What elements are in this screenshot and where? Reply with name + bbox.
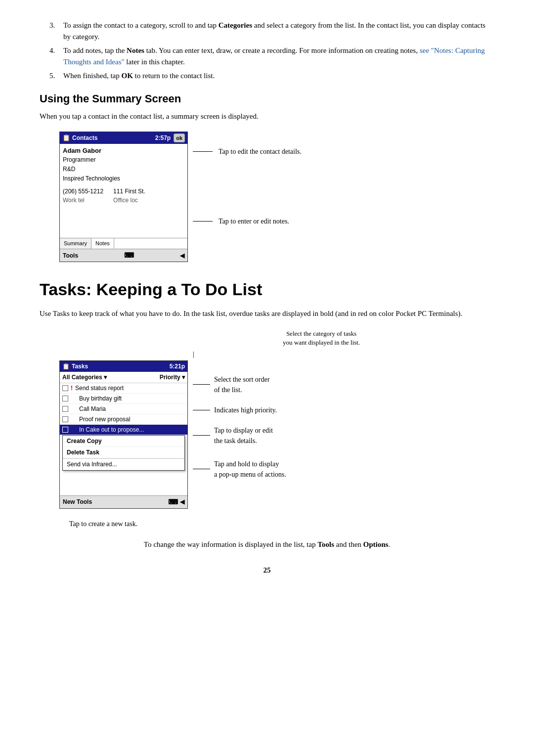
summary-body: When you tap a contact in the contact li… (40, 111, 494, 122)
tasks-spacer (60, 471, 187, 495)
contacts-content: Adam Gabor Programmer R&D Inspired Techn… (60, 144, 187, 233)
tasks-layout: 📋 Tasks 5:21p All Categories ▾ Priority … (59, 360, 494, 509)
popup-delete-task[interactable]: Delete Task (63, 447, 184, 458)
tasks-app-name: Tasks (72, 362, 88, 371)
contacts-title-right: 2:57p ok (155, 133, 185, 143)
tasks-categories[interactable]: All Categories ▾ (62, 373, 107, 382)
tasks-callouts: Select the sort orderof the list. Indica… (193, 360, 286, 488)
contacts-device-area: 📋 Contacts 2:57p ok Adam Gabor Programme… (59, 132, 494, 262)
callout-line-2 (193, 221, 213, 222)
contact-dept: R&D (63, 165, 184, 174)
callout-display-text: Tap to display or editthe task details. (214, 425, 273, 446)
bottom-note-bold-tools: Tools (317, 540, 334, 548)
callout-hold-line (193, 469, 210, 469)
field-phone: (206) 555-1212 Work tel (63, 187, 103, 205)
contacts-title-left: 📋 Contacts (62, 133, 97, 143)
page-number: 25 (40, 565, 494, 576)
task-text-5: In Cake out to propose... (79, 425, 144, 434)
field-phone-value: (206) 555-1212 (63, 187, 103, 196)
list-content-3: To assign the contact to a category, scr… (63, 20, 494, 42)
summary-heading: Using the Summary Screen (40, 90, 494, 107)
callout-sort-order: Select the sort orderof the list. (193, 374, 286, 395)
task-text-2: Buy birthday gift (79, 394, 122, 403)
task-item-4[interactable]: Proof new proposal (60, 414, 187, 425)
task-checkbox-1[interactable] (62, 385, 68, 391)
bold-ok: OK (121, 72, 133, 80)
callout-tap-display: Tap to display or editthe task details. (193, 425, 286, 446)
bottom-note: To change the way information is display… (40, 539, 494, 550)
contacts-app-icon: 📋 (62, 133, 70, 143)
list-item-4: 4. To add notes, tap the Notes tab. You … (40, 45, 494, 67)
menu-arrow[interactable]: ◀ (180, 251, 184, 260)
keyboard-icon[interactable]: ⌨ (124, 250, 134, 261)
task-item-5[interactable]: In Cake out to propose... (60, 425, 187, 435)
contacts-tabs: Summary Notes (60, 238, 187, 249)
task-checkbox-3[interactable] (62, 406, 68, 412)
contacts-ok-button[interactable]: ok (174, 133, 185, 143)
contacts-callouts: Tap to edit the contact details. Tap to … (193, 132, 302, 246)
tab-summary[interactable]: Summary (60, 238, 91, 249)
callout-edit: Tap to edit the contact details. (193, 146, 302, 157)
popup-send-infrared[interactable]: Send via Infrared... (63, 458, 184, 470)
callout-priority-line (193, 410, 210, 410)
callout-text-2: Tap to enter or edit notes. (219, 216, 289, 226)
list-num-4: 4. (49, 45, 59, 67)
chapter-body: Use Tasks to keep track of what you have… (40, 308, 494, 319)
task-text-3: Call Maria (79, 404, 106, 413)
task-checkbox-2[interactable] (62, 396, 68, 401)
tasks-priority[interactable]: Priority ▾ (160, 373, 185, 382)
task-checkbox-4[interactable] (62, 416, 68, 422)
field-phone-label: Work tel (63, 196, 103, 205)
callout-display-line (193, 435, 210, 436)
callout-line-1 (193, 151, 213, 152)
callout-notes: Tap to enter or edit notes. (193, 216, 302, 226)
bottom-caption: Tap to create a new task. (69, 519, 494, 529)
task-priority-icon: ! (71, 384, 73, 393)
list-item-5: 5. When finished, tap OK to return to th… (40, 70, 494, 82)
category-arrow: | (193, 349, 494, 359)
bold-categories: Categories (219, 21, 252, 29)
contacts-time: 2:57p (155, 133, 171, 142)
tasks-new-tools[interactable]: New Tools (63, 497, 92, 506)
callout-high-priority: Indicates high priority. (193, 405, 286, 415)
callout-sort-line (193, 384, 210, 385)
contacts-screen: 📋 Contacts 2:57p ok Adam Gabor Programme… (59, 132, 188, 262)
field-address: 111 First St. Office loc (113, 187, 145, 205)
tasks-time: 5:21p (170, 362, 185, 371)
contacts-bottombar: Tools ⌨ ◀ (60, 249, 187, 262)
contact-company: Inspired Technologies (63, 174, 184, 183)
tasks-app-icon: 📋 (62, 362, 70, 371)
list-item-3: 3. To assign the contact to a category, … (40, 20, 494, 42)
callout-tap-hold: Tap and hold to displaya pop-up menu of … (193, 459, 286, 480)
tasks-screen: 📋 Tasks 5:21p All Categories ▾ Priority … (59, 360, 188, 509)
tasks-toolbar: All Categories ▾ Priority ▾ (60, 372, 187, 383)
task-checkbox-5[interactable] (62, 427, 68, 433)
bold-notes: Notes (127, 46, 144, 54)
tasks-category-callout: Select the category of tasksyou want dis… (148, 329, 494, 347)
tasks-menu-arrow[interactable]: ◀ (180, 497, 184, 506)
callout-sort-text: Select the sort orderof the list. (214, 374, 269, 395)
task-item-3[interactable]: Call Maria (60, 404, 187, 414)
task-item-2[interactable]: Buy birthday gift (60, 394, 187, 404)
list-num-3: 3. (49, 20, 59, 42)
list-content-4: To add notes, tap the Notes tab. You can… (63, 45, 494, 67)
task-text-4: Proof new proposal (79, 415, 130, 424)
contact-fields: (206) 555-1212 Work tel 111 First St. Of… (63, 187, 184, 205)
popup-create-copy[interactable]: Create Copy (63, 436, 184, 447)
contacts-tools-label[interactable]: Tools (63, 251, 78, 260)
intro-list: 3. To assign the contact to a category, … (40, 20, 494, 82)
tasks-bottombar: New Tools ⌨ ◀ (60, 495, 187, 508)
contact-title: Programmer (63, 155, 184, 164)
tasks-title-left: 📋 Tasks (62, 362, 88, 371)
callout-text-1: Tap to edit the contact details. (219, 146, 302, 157)
callout-priority-text: Indicates high priority. (214, 405, 277, 415)
popup-menu: Create Copy Delete Task Send via Infrare… (62, 435, 185, 471)
bottom-note-bold-options: Options (363, 540, 389, 548)
task-item-1[interactable]: ! Send status report (60, 383, 187, 394)
list-num-5: 5. (49, 70, 59, 82)
tasks-keyboard-icon[interactable]: ⌨ (168, 497, 178, 507)
contact-name: Adam Gabor (63, 146, 184, 156)
tab-notes[interactable]: Notes (91, 238, 114, 249)
contacts-titlebar: 📋 Contacts 2:57p ok (60, 132, 187, 144)
tasks-list: ! Send status report Buy birthday gift C… (60, 383, 187, 435)
